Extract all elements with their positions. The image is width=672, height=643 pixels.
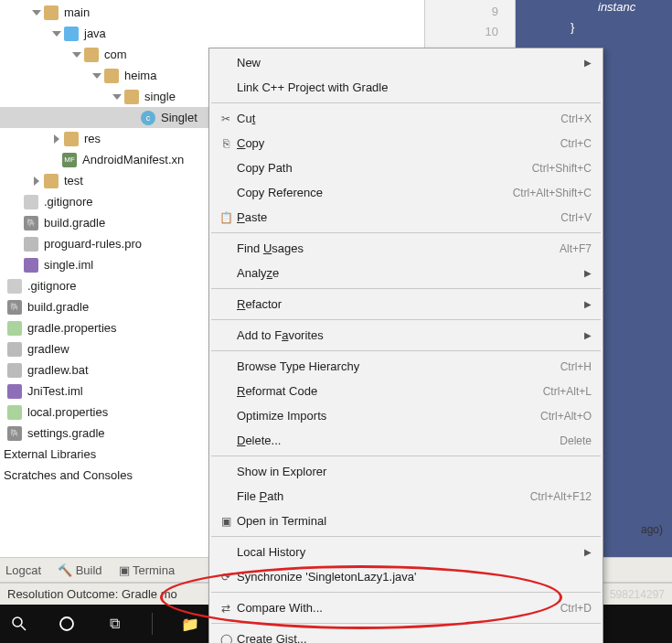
menu-cut[interactable]: ✂CutCtrl+X	[209, 106, 603, 131]
tab-build[interactable]: 🔨 Build	[58, 563, 102, 577]
iml-file-icon	[7, 384, 22, 399]
menu-find-usages[interactable]: Find UsagesAlt+F7	[209, 236, 603, 261]
gradle-file-icon: 🐘	[7, 426, 22, 441]
paste-icon: 📋	[215, 210, 237, 225]
menu-show-explorer[interactable]: Show in Explorer	[209, 459, 603, 484]
terminal-icon: ▣	[215, 514, 237, 529]
code-line: }	[516, 20, 672, 40]
menu-favorites[interactable]: Add to Favorites▶	[209, 323, 603, 348]
tree-label[interactable]: heima	[124, 69, 156, 82]
chevron-down-icon[interactable]	[112, 91, 123, 102]
tree-label[interactable]: Singlet	[161, 111, 197, 124]
chevron-right-icon[interactable]	[51, 134, 62, 145]
menu-copy-path[interactable]: Copy PathCtrl+Shift+C	[209, 155, 603, 180]
menu-synchronize[interactable]: ⟳Synchronize 'SingletonLazy1.java'	[209, 564, 603, 589]
tree-label[interactable]: res	[84, 132, 101, 145]
tree-label[interactable]: build.gradle	[44, 216, 105, 230]
cortana-icon[interactable]	[57, 614, 77, 634]
tab-terminal[interactable]: ▣ Termina	[119, 563, 176, 577]
svg-point-0	[13, 617, 22, 627]
chevron-down-icon[interactable]	[31, 7, 42, 18]
menu-open-terminal[interactable]: ▣Open in Terminal	[209, 509, 603, 533]
folder-icon	[124, 90, 139, 104]
gradle-file-icon: 🐘	[24, 216, 38, 230]
chevron-down-icon[interactable]	[51, 28, 62, 39]
tree-label[interactable]: main	[64, 5, 90, 19]
tree-label[interactable]: AndroidManifest.xn	[82, 153, 184, 166]
gradle-file-icon: 🐘	[7, 300, 22, 315]
github-icon: ◯	[215, 632, 237, 644]
context-menu: New▶ Link C++ Project with Gradle ✂CutCt…	[208, 48, 603, 643]
menu-file-path[interactable]: File PathCtrl+Alt+F12	[209, 484, 603, 509]
line-number: 10	[425, 22, 498, 42]
tree-label[interactable]: settings.gradle	[27, 426, 105, 440]
tree-label[interactable]: .gitignore	[27, 279, 76, 293]
tree-label[interactable]: single	[144, 90, 176, 103]
svg-point-2	[60, 617, 73, 630]
sync-icon: ⟳	[215, 570, 237, 584]
menu-analyze[interactable]: Analyze▶	[209, 261, 603, 285]
compare-icon: ⇄	[215, 601, 237, 616]
iml-file-icon	[24, 258, 38, 273]
menu-browse-hierarchy[interactable]: Browse Type HierarchyCtrl+H	[209, 354, 603, 379]
menu-compare-with[interactable]: ⇄Compare With...Ctrl+D	[209, 595, 603, 620]
xml-file-icon: MF	[62, 153, 77, 167]
tree-label[interactable]: gradlew	[27, 342, 69, 356]
line-number: 9	[425, 2, 498, 22]
menu-create-gist[interactable]: ◯Create Gist...	[209, 627, 603, 643]
class-icon: c	[141, 111, 155, 125]
properties-file-icon	[7, 321, 22, 336]
menu-copy-reference[interactable]: Copy ReferenceCtrl+Alt+Shift+C	[209, 180, 603, 205]
taskview-icon[interactable]: ⧉	[104, 614, 124, 634]
tree-label[interactable]: .gitignore	[44, 195, 92, 209]
tree-label[interactable]: JniTest.iml	[27, 384, 83, 398]
menu-paste[interactable]: 📋PasteCtrl+V	[209, 205, 603, 230]
menu-new[interactable]: New▶	[209, 50, 603, 75]
folder-icon	[64, 132, 79, 146]
chevron-down-icon[interactable]	[71, 49, 82, 60]
file-icon	[24, 237, 38, 252]
chevron-down-icon[interactable]	[91, 70, 102, 81]
status-right: ago)	[641, 523, 663, 536]
menu-optimize-imports[interactable]: Optimize ImportsCtrl+Alt+O	[209, 403, 603, 428]
explorer-icon[interactable]: 📁	[180, 614, 200, 634]
tree-label[interactable]: Scratches and Consoles	[4, 468, 133, 482]
menu-delete[interactable]: Delete...Delete	[209, 428, 603, 453]
tree-label[interactable]: External Libraries	[4, 447, 96, 461]
menu-local-history[interactable]: Local History▶	[209, 540, 603, 564]
file-icon	[7, 342, 22, 357]
folder-icon	[44, 174, 59, 188]
git-file-icon	[24, 195, 38, 209]
chevron-right-icon[interactable]	[31, 176, 42, 187]
tree-label[interactable]: single.iml	[44, 258, 93, 272]
watermark: 598214297	[610, 588, 665, 601]
tree-label[interactable]: java	[84, 27, 106, 40]
file-icon	[7, 363, 22, 378]
git-file-icon	[7, 279, 22, 294]
tree-label[interactable]: gradle.properties	[27, 321, 117, 335]
cut-icon: ✂	[215, 112, 237, 126]
menu-link-cpp[interactable]: Link C++ Project with Gradle	[209, 75, 603, 100]
tree-label[interactable]: build.gradle	[27, 300, 89, 314]
tree-label[interactable]: test	[64, 174, 83, 188]
svg-line-1	[21, 626, 26, 630]
tree-label[interactable]: com	[104, 48, 127, 61]
copy-icon: ⎘	[215, 136, 237, 151]
search-icon[interactable]	[9, 614, 29, 634]
folder-icon	[44, 5, 59, 20]
tree-label[interactable]: local.properties	[27, 405, 108, 419]
folder-icon	[104, 69, 119, 83]
menu-copy[interactable]: ⎘CopyCtrl+C	[209, 131, 603, 155]
folder-icon	[64, 27, 79, 41]
tree-label[interactable]: gradlew.bat	[27, 363, 89, 377]
status-left: Resolution Outcome: Gradle mo	[7, 587, 177, 601]
code-line: instanc	[516, 0, 672, 20]
tab-logcat[interactable]: Logcat	[5, 563, 41, 577]
menu-reformat[interactable]: Reformat CodeCtrl+Alt+L	[209, 379, 603, 403]
tree-label[interactable]: proguard-rules.pro	[44, 237, 142, 251]
menu-refactor[interactable]: Refactor▶	[209, 292, 603, 316]
properties-file-icon	[7, 405, 22, 420]
folder-icon	[84, 48, 99, 62]
